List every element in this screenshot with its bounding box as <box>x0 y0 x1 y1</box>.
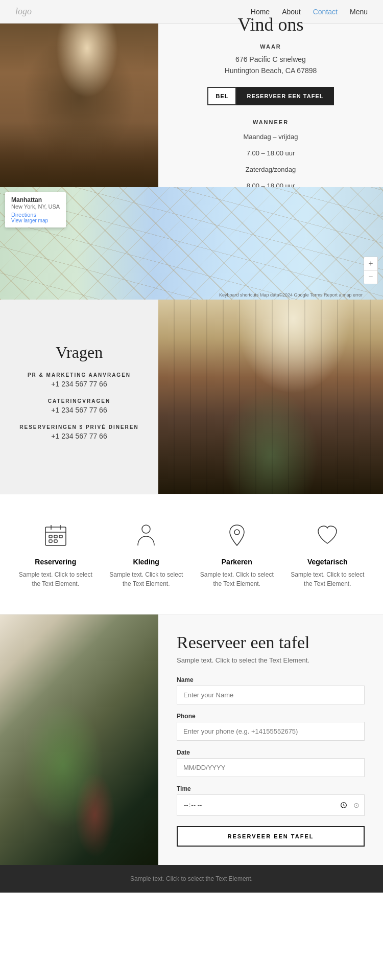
questions-title: Vragen <box>56 343 103 362</box>
icon-desc-vegetarisch[interactable]: Sample text. Click to select the Text El… <box>286 570 368 588</box>
questions-section: Vragen PR & MARKETING AANVRAGEN +1 234 5… <box>0 300 383 494</box>
footer-text[interactable]: Sample text. Click to select the Text El… <box>10 875 373 882</box>
map-directions[interactable]: Directions <box>11 212 60 218</box>
map-city: Manhattan <box>11 196 60 203</box>
calendar-svg <box>43 523 68 548</box>
icon-title-parkeren: Parkeren <box>196 558 278 566</box>
bel-button[interactable]: BEL <box>207 87 236 105</box>
cat-phone-2[interactable]: +1 234 567 77 66 <box>48 406 110 414</box>
location-svg <box>225 523 249 548</box>
icon-desc-kleding[interactable]: Sample text. Click to select the Text El… <box>105 570 187 588</box>
svg-rect-6 <box>59 535 62 538</box>
cat-label-3: RESERVERINGEN $ PRIVÉ DINEREN <box>19 424 138 430</box>
heart-icon <box>312 520 343 551</box>
phone-label: Phone <box>177 713 365 720</box>
svg-rect-5 <box>54 535 57 538</box>
hours-section: WANNEER Maandag – vrijdag 7.00 – 18.00 u… <box>244 118 298 197</box>
icon-title-vegetarisch: Vegetarisch <box>286 558 368 566</box>
time-input[interactable] <box>177 794 365 816</box>
where-label: WAAR <box>260 43 281 50</box>
location-icon <box>222 520 252 551</box>
reservation-image <box>0 614 158 865</box>
hero-info: Vind ons WAAR 676 Pacific C snelweg Hunt… <box>158 24 383 187</box>
question-category-2: CATERINGVRAGEN +1 234 567 77 66 <box>48 398 110 414</box>
svg-rect-4 <box>49 535 52 538</box>
bar-photo <box>158 300 383 494</box>
map-zoom-in[interactable]: + <box>364 257 377 270</box>
when-label: WANNEER <box>244 118 298 127</box>
reservation-title: Reserveer een tafel <box>177 633 365 652</box>
map-state: New York, NY, USA <box>11 203 60 210</box>
svg-rect-7 <box>49 540 52 542</box>
icon-desc-reservering[interactable]: Sample text. Click to select the Text El… <box>15 570 97 588</box>
kitchen-photo <box>0 614 158 865</box>
navbar: logo Home About Contact Menu <box>0 0 383 24</box>
reservation-form: Reserveer een tafel Sample text. Click t… <box>158 614 383 865</box>
hero-buttons: BEL RESERVEER EEN TAFEL <box>207 87 333 105</box>
nav-menu[interactable]: Menu <box>350 8 368 16</box>
question-category-3: RESERVERINGEN $ PRIVÉ DINEREN +1 234 567… <box>19 424 138 440</box>
map-zoom-controls: + − <box>364 257 378 284</box>
person-svg <box>134 523 158 548</box>
svg-point-9 <box>142 525 150 533</box>
icon-item-vegetarisch: Vegetarisch Sample text. Click to select… <box>286 520 368 588</box>
waiter-photo <box>0 24 158 187</box>
map-section: Manhattan New York, NY, USA Directions V… <box>0 187 383 300</box>
bar-photo-bg <box>158 300 383 494</box>
svg-rect-8 <box>54 540 57 542</box>
clock-icon: ⊙ <box>353 801 360 809</box>
cat-phone-3[interactable]: +1 234 567 77 66 <box>19 432 138 440</box>
nav-logo: logo <box>15 6 32 17</box>
heart-svg <box>315 523 340 548</box>
hero-section: Vind ons WAAR 676 Pacific C snelweg Hunt… <box>0 24 383 187</box>
icon-item-parkeren: Parkeren Sample text. Click to select th… <box>196 520 278 588</box>
questions-left: Vragen PR & MARKETING AANVRAGEN +1 234 5… <box>0 300 158 494</box>
calendar-icon <box>40 520 71 551</box>
icon-title-reservering: Reservering <box>15 558 97 566</box>
time-label: Time <box>177 785 365 792</box>
name-input[interactable] <box>177 686 365 704</box>
footer: Sample text. Click to select the Text El… <box>0 865 383 893</box>
nav-contact[interactable]: Contact <box>313 8 338 16</box>
date-field-group: Date <box>177 749 365 777</box>
cat-phone-1[interactable]: +1 234 567 77 66 <box>28 380 131 388</box>
hero-image <box>0 24 158 187</box>
weekday-hours: 7.00 – 18.00 uur <box>244 148 298 159</box>
reserve-hero-button[interactable]: RESERVEER EEN TAFEL <box>236 87 333 105</box>
map-overlay: Manhattan New York, NY, USA Directions V… <box>5 192 66 227</box>
address-line2: Huntington Beach, CA 67898 <box>225 66 317 75</box>
icon-item-kleding: Kleding Sample text. Click to select the… <box>105 520 187 588</box>
svg-point-10 <box>234 530 240 535</box>
person-icon <box>131 520 161 551</box>
cat-label-2: CATERINGVRAGEN <box>48 398 110 404</box>
map-footer-text: Keyboard shortcuts Map data©2024 Google … <box>219 292 363 298</box>
map-larger[interactable]: View larger map <box>11 218 60 223</box>
map-zoom-out[interactable]: − <box>364 270 377 284</box>
phone-field-group: Phone <box>177 713 365 741</box>
weekend-hours-label: Zaterdag/zondag <box>244 164 298 175</box>
hero-title: Vind ons <box>238 14 304 35</box>
name-field-group: Name <box>177 676 365 704</box>
icons-section: Reservering Sample text. Click to select… <box>0 494 383 614</box>
name-label: Name <box>177 676 365 683</box>
reserve-submit-button[interactable]: RESERVEER EEN TAFEL <box>177 826 365 847</box>
icon-desc-parkeren[interactable]: Sample text. Click to select the Text El… <box>196 570 278 588</box>
reservation-subtitle: Sample text. Click to select the Text El… <box>177 656 365 664</box>
date-label: Date <box>177 749 365 756</box>
icon-title-kleding: Kleding <box>105 558 187 566</box>
icon-item-reservering: Reservering Sample text. Click to select… <box>15 520 97 588</box>
address: 676 Pacific C snelweg Huntington Beach, … <box>225 54 317 77</box>
phone-input[interactable] <box>177 722 365 741</box>
reservation-section: Reserveer een tafel Sample text. Click t… <box>0 614 383 865</box>
cat-label-1: PR & MARKETING AANVRAGEN <box>28 372 131 378</box>
weekday-hours-label: Maandag – vrijdag <box>244 131 298 143</box>
date-input[interactable] <box>177 758 365 777</box>
questions-right <box>158 300 383 494</box>
time-wrapper: ⊙ <box>177 794 365 816</box>
time-field-group: Time ⊙ <box>177 785 365 816</box>
question-category-1: PR & MARKETING AANVRAGEN +1 234 567 77 6… <box>28 372 131 388</box>
address-line1: 676 Pacific C snelweg <box>235 55 306 63</box>
